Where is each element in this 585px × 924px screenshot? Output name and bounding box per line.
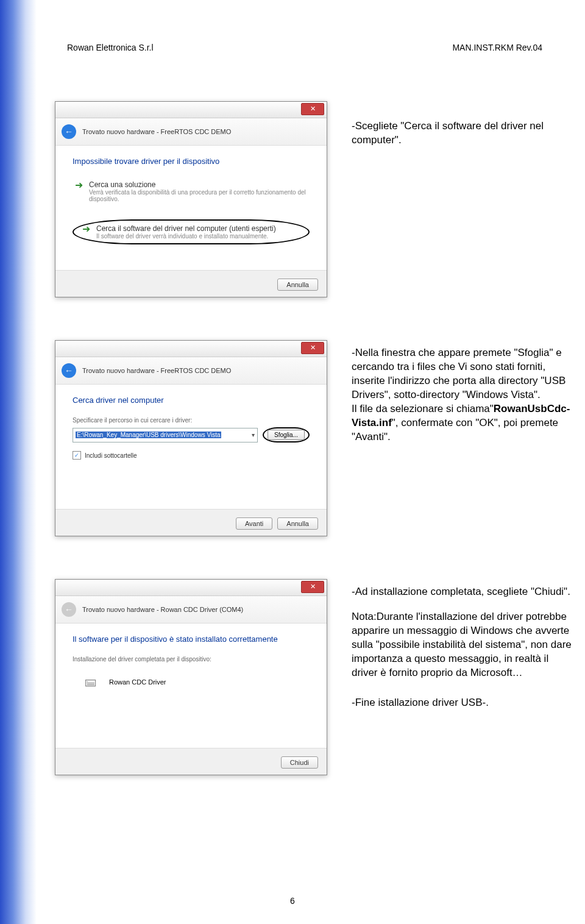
back-icon[interactable]: ← (62, 124, 76, 139)
driver-name: Rowan CDC Driver (109, 678, 166, 686)
option-cerca-soluzione[interactable]: ➜ Cerca una soluzione Verrà verificata l… (73, 178, 310, 205)
window-title: Impossibile trovare driver per il dispos… (73, 157, 310, 166)
cancel-button[interactable]: Annulla (277, 279, 318, 291)
instruction-text-3c: -Fine istallazione driver USB-. (352, 696, 573, 710)
path-label: Specificare il percorso in cui cercare i… (73, 417, 310, 424)
header-company: Rowan Elettronica S.r.l (67, 43, 154, 52)
screenshot-3: ✕ ← Trovato nuovo hardware - Rowan CDC D… (55, 579, 327, 775)
checkbox-label: Includi sottocartelle (85, 452, 137, 459)
driver-icon: 🖴 (85, 675, 97, 689)
instruction-text-3a: -Ad installazione completata, scegliete … (352, 585, 573, 599)
window-header-text: Trovato nuovo hardware - Rowan CDC Drive… (82, 606, 243, 613)
window-titlebar: ✕ (55, 580, 327, 596)
instruction-text-2b: Il file da selezionare si chiama"RowanUs… (352, 402, 573, 444)
window-header-text: Trovato nuovo hardware - FreeRTOS CDC DE… (82, 367, 231, 374)
window-header-text: Trovato nuovo hardware - FreeRTOS CDC DE… (82, 128, 231, 135)
back-icon[interactable]: ← (62, 363, 76, 378)
window-title: Cerca driver nel computer (73, 396, 310, 405)
window-titlebar: ✕ (55, 341, 327, 357)
arrow-icon: ➜ (82, 224, 90, 234)
option2-sub: Il software del driver verrà individuato… (96, 233, 276, 240)
instruction-text-1: -Scegliete "Cerca il software del driver… (352, 101, 573, 147)
arrow-icon: ➜ (75, 180, 83, 190)
gradient-sidebar (0, 0, 37, 924)
option1-title: Cerca una soluzione (89, 180, 307, 189)
window-header: ← Trovato nuovo hardware - FreeRTOS CDC … (55, 357, 327, 385)
checkbox-icon[interactable]: ✓ (73, 451, 81, 460)
instruction-text-2a: -Nella finestra che appare premete "Sfog… (352, 346, 573, 402)
option1-sub: Verrà verificata la disponibilità di una… (89, 189, 307, 202)
close-icon[interactable]: ✕ (301, 103, 324, 115)
include-subfolders-row[interactable]: ✓ Includi sottocartelle (73, 451, 310, 460)
instruction-text-3b: Nota:Durante l'installazione del driver … (352, 610, 573, 680)
install-subtext: Installazione del driver completata per … (73, 656, 310, 663)
close-icon[interactable]: ✕ (301, 342, 324, 354)
avanti-button[interactable]: Avanti (236, 517, 272, 530)
sfoglia-button[interactable]: Sfoglia... (268, 430, 305, 440)
page-number: 6 (290, 896, 295, 906)
option-cerca-software[interactable]: ➜ Cerca il software del driver nel compu… (73, 219, 310, 244)
window-header: ← Trovato nuovo hardware - FreeRTOS CDC … (55, 118, 327, 146)
screenshot-2: ✕ ← Trovato nuovo hardware - FreeRTOS CD… (55, 340, 327, 536)
path-input[interactable]: E:\Rowan_Key_Manager\USB drivers\Windows… (73, 428, 258, 442)
option2-title: Cerca il software del driver nel compute… (96, 224, 276, 233)
close-icon[interactable]: ✕ (301, 581, 324, 593)
header-docref: MAN.INST.RKM Rev.04 (452, 43, 542, 52)
window-titlebar: ✕ (55, 102, 327, 118)
window-title: Il software per il dispositivo è stato i… (73, 634, 310, 644)
screenshot-1: ✕ ← Trovato nuovo hardware - FreeRTOS CD… (55, 101, 327, 297)
cancel-button[interactable]: Annulla (277, 517, 318, 530)
window-header: ← Trovato nuovo hardware - Rowan CDC Dri… (55, 596, 327, 624)
back-icon: ← (62, 602, 76, 617)
sfoglia-highlight: Sfoglia... (263, 427, 310, 442)
chiudi-button[interactable]: Chiudi (281, 756, 318, 769)
